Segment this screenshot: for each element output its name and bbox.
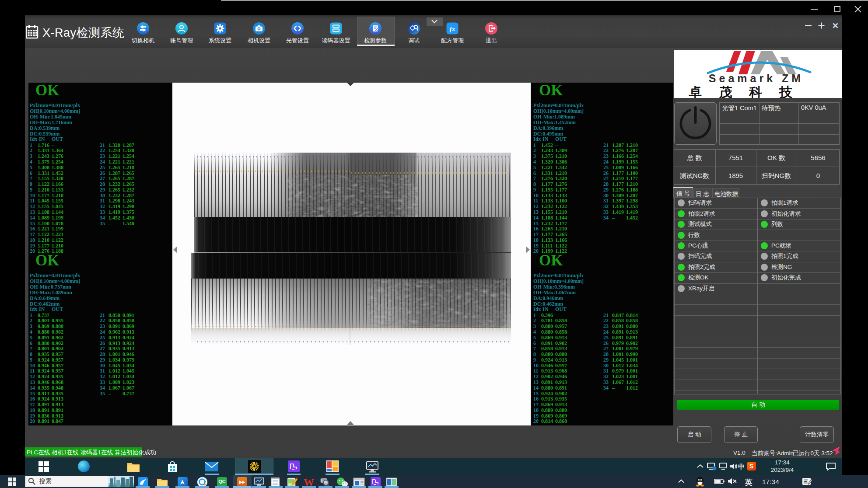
svg-text:W: W xyxy=(304,478,314,487)
svg-text:fx: fx xyxy=(450,25,455,32)
